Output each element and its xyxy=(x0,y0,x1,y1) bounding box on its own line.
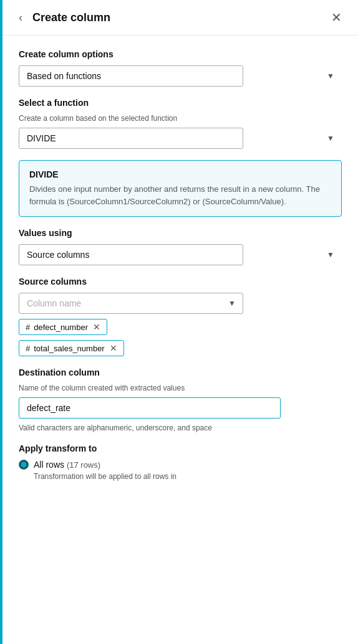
all-rows-label[interactable]: All rows (17 rows) xyxy=(34,460,100,470)
tag-remove-button[interactable]: ✕ xyxy=(110,343,117,353)
tag-remove-button[interactable]: ✕ xyxy=(93,322,100,332)
tag-label: defect_number xyxy=(34,323,88,332)
panel-content: Create column options Based on functions… xyxy=(2,36,358,506)
destination-column-label: Destination column xyxy=(19,367,342,377)
column-name-select[interactable]: Column name xyxy=(19,293,243,314)
create-column-options-label: Create column options xyxy=(19,49,342,59)
values-using-select[interactable]: Source columns Values xyxy=(19,244,243,265)
source-columns-section: Source columns Column name ▼ # defect_nu… xyxy=(19,277,342,356)
select-function-label: Select a function xyxy=(19,98,342,108)
apply-transform-label: Apply transform to xyxy=(19,443,342,453)
select-function-sub-label: Create a column based on the selected fu… xyxy=(19,114,342,123)
destination-column-hint: Valid characters are alphanumeric, under… xyxy=(19,424,342,432)
list-item: # defect_number ✕ xyxy=(19,319,107,335)
back-button[interactable]: ‹ xyxy=(15,10,26,26)
header-left: ‹ Create column xyxy=(15,10,110,26)
values-using-chevron-icon: ▼ xyxy=(327,250,334,259)
destination-column-sub-label: Name of the column created with extracte… xyxy=(19,384,342,392)
panel-header: ‹ Create column ✕ xyxy=(2,0,358,36)
apply-transform-section: Apply transform to All rows (17 rows) Tr… xyxy=(19,443,342,481)
all-rows-radio[interactable] xyxy=(19,460,29,470)
source-columns-tags: # defect_number ✕ xyxy=(19,319,342,335)
select-function-select[interactable]: DIVIDE ADD SUBTRACT MULTIPLY xyxy=(19,128,243,149)
panel-title: Create column xyxy=(32,11,110,24)
source-columns-label: Source columns xyxy=(19,277,342,286)
apply-transform-all-rows: All rows (17 rows) xyxy=(19,460,342,470)
create-column-options-wrapper: Based on functions Duplicate column Fixe… xyxy=(19,65,342,87)
destination-column-input[interactable]: defect_rate xyxy=(19,397,281,419)
create-column-options-select[interactable]: Based on functions Duplicate column Fixe… xyxy=(19,65,243,87)
function-info-box: DIVIDE Divides one input number by anoth… xyxy=(19,160,342,217)
source-columns-tags-2: # total_sales_number ✕ xyxy=(19,340,342,356)
values-using-label: Values using xyxy=(19,228,342,238)
column-name-wrapper: Column name ▼ xyxy=(19,293,243,314)
tag-hash-icon: # xyxy=(26,344,30,353)
values-using-section: Values using Source columns Values ▼ xyxy=(19,228,342,265)
select-function-section: Select a function Create a column based … xyxy=(19,98,342,149)
create-column-panel: ‹ Create column ✕ Create column options … xyxy=(0,0,358,644)
all-rows-badge: (17 rows) xyxy=(67,460,100,470)
create-column-options-section: Create column options Based on functions… xyxy=(19,49,342,87)
create-column-options-chevron-icon: ▼ xyxy=(327,72,334,80)
select-function-chevron-icon: ▼ xyxy=(327,134,334,143)
destination-column-section: Destination column Name of the column cr… xyxy=(19,367,342,432)
close-button[interactable]: ✕ xyxy=(327,9,346,26)
values-using-wrapper: Source columns Values ▼ xyxy=(19,244,342,265)
function-info-title: DIVIDE xyxy=(29,169,331,179)
tag-hash-icon: # xyxy=(26,323,30,332)
function-info-text: Divides one input number by another and … xyxy=(29,183,331,207)
tag-label: total_sales_number xyxy=(34,344,104,353)
apply-transform-sub-label: Transformation will be applied to all ro… xyxy=(34,472,342,481)
list-item: # total_sales_number ✕ xyxy=(19,340,124,356)
select-function-wrapper: DIVIDE ADD SUBTRACT MULTIPLY ▼ xyxy=(19,128,342,149)
